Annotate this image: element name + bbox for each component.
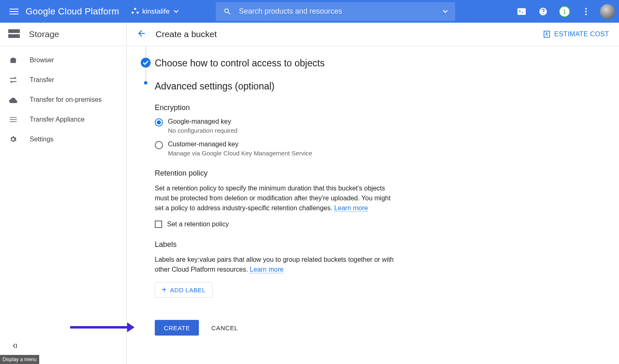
step-check-icon xyxy=(141,58,151,68)
browser-icon xyxy=(8,55,18,65)
search-caret-down-icon[interactable] xyxy=(443,10,448,13)
project-icon xyxy=(132,8,139,15)
sidebar-item-label: Settings xyxy=(30,136,54,143)
radio-label: Google-managed key xyxy=(168,118,237,125)
radio-icon xyxy=(155,141,163,149)
radio-label: Customer-managed key xyxy=(168,141,312,148)
main-header: Create a bucket ESTIMATE COST xyxy=(127,23,619,46)
cloud-upload-icon xyxy=(8,95,18,105)
sidebar-header: Storage xyxy=(0,23,126,46)
estimate-icon xyxy=(543,30,551,38)
svg-rect-0 xyxy=(517,8,526,15)
sidebar-item-transfer-appliance[interactable]: Transfer Appliance xyxy=(0,110,126,129)
appliance-icon xyxy=(8,115,18,124)
sidebar-title: Storage xyxy=(29,29,59,39)
estimate-label: ESTIMATE COST xyxy=(554,31,609,38)
radio-sublabel: Manage via Google Cloud Key Management S… xyxy=(168,150,312,157)
cloud-shell-icon xyxy=(517,8,526,15)
help-icon xyxy=(539,7,548,16)
search-icon xyxy=(223,7,232,16)
notifications-button[interactable]: 1 xyxy=(557,4,572,19)
retention-description: Set a retention policy to specify the mi… xyxy=(155,183,394,213)
svg-point-1 xyxy=(585,8,587,9)
arrow-back-icon xyxy=(137,28,146,38)
svg-point-3 xyxy=(585,14,587,15)
more-button[interactable] xyxy=(579,4,593,19)
notification-badge: 1 xyxy=(559,6,570,17)
radio-icon xyxy=(155,118,163,127)
estimate-cost-button[interactable]: ESTIMATE COST xyxy=(543,30,609,38)
hamburger-menu-button[interactable] xyxy=(4,2,24,21)
tooltip: Display a menu xyxy=(0,355,39,364)
sidebar-item-label: Browser xyxy=(30,56,54,64)
header-right: 1 xyxy=(514,4,615,19)
cancel-button[interactable]: CANCEL xyxy=(211,324,238,331)
svg-rect-4 xyxy=(544,31,549,38)
gear-icon xyxy=(8,134,18,144)
svg-point-2 xyxy=(585,11,587,12)
main-panel: Create a bucket ESTIMATE COST Choose how… xyxy=(127,23,619,364)
plus-icon: + xyxy=(162,286,167,294)
add-label-button[interactable]: + ADD LABEL xyxy=(155,282,213,298)
retention-heading: Retention policy xyxy=(155,169,401,178)
labels-learn-more-link[interactable]: Learn more xyxy=(250,266,284,273)
step-access-title[interactable]: Choose how to control access to objects xyxy=(155,58,325,69)
checkbox-label: Set a retention policy xyxy=(167,221,229,228)
sidebar-item-label: Transfer Appliance xyxy=(30,116,85,123)
back-button[interactable] xyxy=(137,28,146,40)
more-vert-icon xyxy=(585,8,587,15)
search-bar[interactable] xyxy=(216,2,455,21)
retention-learn-more-link[interactable]: Learn more xyxy=(334,204,368,212)
encryption-customer-radio[interactable]: Customer-managed key Manage via Google C… xyxy=(155,141,401,157)
encryption-heading: Encryption xyxy=(155,103,401,112)
step-active-dot-icon xyxy=(144,81,147,85)
sidebar-item-label: Transfer for on-premises xyxy=(30,96,102,103)
step-advanced-title: Advanced settings (optional) xyxy=(155,81,274,91)
collapse-icon xyxy=(12,343,18,349)
sidebar-item-transfer[interactable]: Transfer xyxy=(0,70,126,90)
cloud-shell-button[interactable] xyxy=(514,4,529,19)
top-header: Google Cloud Platform kinstalife 1 xyxy=(0,0,619,23)
labels-heading: Labels xyxy=(155,240,401,249)
sidebar-nav: Browser Transfer Transfer for on-premise… xyxy=(0,46,126,149)
avatar xyxy=(600,4,615,19)
page-title: Create a bucket xyxy=(156,29,217,39)
checkbox-icon xyxy=(155,221,162,228)
hamburger-icon xyxy=(9,7,19,16)
create-button[interactable]: CREATE xyxy=(155,320,199,336)
sidebar: Storage Browser Transfer Transfer for on… xyxy=(0,23,127,364)
gcp-logo[interactable]: Google Cloud Platform xyxy=(26,6,119,17)
sidebar-item-settings[interactable]: Settings xyxy=(0,129,126,149)
encryption-google-radio[interactable]: Google-managed key No configuration requ… xyxy=(155,118,401,134)
labels-description: Labels are key:value pairs that allow yo… xyxy=(155,255,394,275)
search-input[interactable] xyxy=(239,7,439,16)
sidebar-item-browser[interactable]: Browser xyxy=(0,50,126,70)
caret-down-icon xyxy=(174,10,179,13)
transfer-icon xyxy=(8,75,18,85)
project-name: kinstalife xyxy=(142,7,170,16)
sidebar-item-label: Transfer xyxy=(30,76,54,84)
help-button[interactable] xyxy=(536,4,550,19)
sidebar-item-transfer-onprem[interactable]: Transfer for on-premises xyxy=(0,90,126,110)
add-label-text: ADD LABEL xyxy=(170,287,206,294)
project-selector[interactable]: kinstalife xyxy=(132,7,179,16)
collapse-sidebar-button[interactable] xyxy=(12,343,18,351)
storage-icon xyxy=(8,29,20,39)
radio-sublabel: No configuration required xyxy=(168,127,237,134)
set-retention-checkbox[interactable]: Set a retention policy xyxy=(155,221,401,228)
account-button[interactable] xyxy=(600,4,615,19)
